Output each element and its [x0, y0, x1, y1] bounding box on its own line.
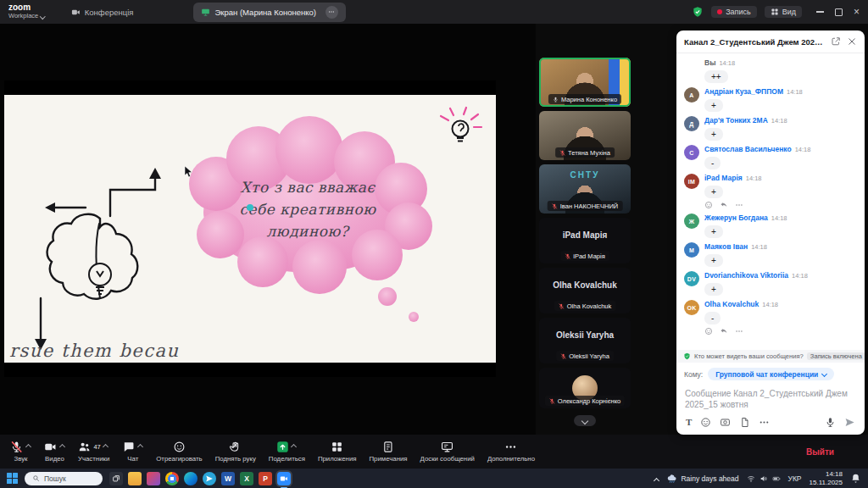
battery-icon[interactable]	[772, 474, 781, 483]
maximize-button[interactable]	[835, 8, 843, 16]
word-icon[interactable]: W	[221, 472, 235, 485]
message-text[interactable]: -	[704, 312, 721, 324]
message-text[interactable]: +	[704, 186, 723, 198]
zoom-icon[interactable]	[277, 472, 291, 485]
format-text-icon[interactable]: T	[686, 417, 692, 428]
chevron-up-icon[interactable]	[136, 445, 143, 449]
more-options-icon[interactable]	[759, 417, 770, 428]
tab-screen-share[interactable]: Экран (Марина Кононенко)	[193, 3, 346, 22]
message-sender[interactable]: iPad Марія	[704, 174, 743, 182]
participant-audio-tile[interactable]: iPad МаріяiPad Марія	[539, 218, 631, 263]
chevron-up-icon[interactable]	[25, 445, 31, 449]
excel-icon[interactable]: X	[240, 472, 253, 485]
toolbar-hand-button[interactable]: Поднять руку	[210, 437, 261, 466]
voice-message-icon[interactable]	[825, 417, 836, 428]
toolbar-camera-button[interactable]: Видео	[39, 437, 70, 466]
privacy-link[interactable]: Кто может видеть ваши сообщения?	[694, 352, 804, 360]
message-text[interactable]: +	[704, 254, 723, 267]
toolbar-participants-button[interactable]: 47Участники	[73, 437, 114, 466]
wifi-icon[interactable]	[747, 474, 755, 483]
participant-audio-tile[interactable]: Olha KovalchukOlha Kovalchuk	[539, 268, 631, 313]
toolbar-notes-button[interactable]: Примечания	[364, 437, 413, 466]
attach-file-icon[interactable]	[739, 417, 750, 428]
message-sender[interactable]: Дар'я Тонких 2МА	[704, 116, 768, 125]
clock[interactable]: 14:18 15.11.2025	[810, 470, 843, 486]
participant-video-tile[interactable]: СНТУІван НАКОНЕЧНИЙ	[539, 164, 631, 214]
chat-message[interactable]: ММаяков Іван14:18+	[684, 242, 857, 267]
leave-meeting-button[interactable]: Выйти	[801, 446, 839, 458]
toolbar-apps-button[interactable]: Приложения	[313, 437, 362, 466]
message-text[interactable]: +	[704, 225, 723, 238]
chat-message[interactable]: OKOlha Kovalchuk14:18-	[684, 300, 857, 336]
chat-message[interactable]: ДДар'я Тонких 2МА14:18+	[684, 116, 857, 141]
message-reply-icon[interactable]	[720, 201, 728, 209]
chrome-icon[interactable]	[165, 472, 179, 485]
zoom-workplace-logo[interactable]: zoom Workplace	[8, 3, 45, 20]
language-indicator[interactable]: УКР	[788, 474, 802, 483]
message-text[interactable]: ++	[704, 70, 728, 83]
recording-indicator[interactable]: Запись	[711, 6, 757, 18]
close-icon[interactable]	[847, 36, 857, 47]
taskbar-search[interactable]: Пошук	[25, 472, 103, 485]
chevron-up-icon[interactable]	[103, 445, 109, 449]
chat-message-input[interactable]: Сообщение Канал 2_Студентський Джем 2025…	[676, 382, 865, 413]
message-text[interactable]: +	[704, 283, 723, 296]
recipient-selector[interactable]: Групповой чат конференции	[708, 368, 834, 380]
message-sender[interactable]: Dvorianchikova Viktoriia	[704, 271, 788, 280]
toolbar-mic-muted-button[interactable]: Звук	[5, 437, 36, 466]
message-sender[interactable]: Жежерун Богдана	[704, 214, 768, 222]
toolbar-boards-button[interactable]: Доски сообщений	[415, 437, 480, 466]
chevron-up-icon[interactable]	[291, 445, 298, 449]
participant-video-tile[interactable]: Тетяна Мухіна	[539, 111, 631, 160]
message-sender[interactable]: Маяков Іван	[704, 242, 748, 251]
start-button[interactable]	[7, 473, 18, 484]
chat-message[interactable]: IMiPad Марія14:18+	[684, 174, 857, 209]
participant-audio-tile[interactable]: Oleksii YaryhaOleksii Yaryha	[539, 318, 631, 363]
photos-icon[interactable]	[147, 472, 160, 485]
edge-icon[interactable]	[184, 472, 198, 485]
chat-message[interactable]: ССвятослав Васильченко14:18-	[684, 145, 857, 169]
screenshot-icon[interactable]	[720, 417, 731, 428]
chat-message[interactable]: ААндріан Куза_ФППОМ14:18+	[684, 87, 857, 112]
message-sender[interactable]: Андріан Куза_ФППОМ	[704, 87, 783, 96]
task-view-icon[interactable]	[109, 472, 123, 485]
message-reply-icon[interactable]	[720, 327, 728, 336]
chevron-up-icon[interactable]	[58, 445, 65, 449]
security-shield-icon[interactable]	[692, 6, 704, 18]
message-text[interactable]: +	[704, 128, 723, 141]
close-button[interactable]: ×	[854, 7, 860, 17]
participant-avatar-tile[interactable]: Олександр Корнієнко	[539, 368, 631, 408]
send-icon[interactable]	[844, 417, 855, 428]
message-more-icon[interactable]	[735, 327, 743, 336]
participant-video-tile[interactable]: Марина Кононенко	[539, 58, 631, 107]
powerpoint-icon[interactable]: P	[259, 472, 272, 485]
more-participants-button[interactable]	[574, 415, 596, 426]
volume-icon[interactable]	[760, 474, 768, 483]
message-text[interactable]: +	[704, 99, 723, 112]
message-more-icon[interactable]	[735, 201, 743, 209]
chat-message[interactable]: Вы14:18++	[684, 58, 857, 83]
tray-expand-button[interactable]	[654, 471, 659, 486]
emoji-icon[interactable]	[700, 417, 711, 428]
toolbar-react-button[interactable]: Отреагировать	[151, 437, 207, 466]
tab-options-button[interactable]	[326, 6, 338, 19]
toolbar-chat-button[interactable]: Чат	[117, 437, 148, 466]
minimize-button[interactable]	[816, 11, 824, 13]
message-sender[interactable]: Olha Kovalchuk	[704, 300, 759, 308]
popout-icon[interactable]	[831, 36, 841, 47]
chat-message[interactable]: DVDvorianchikova Viktoriia14:18+	[684, 271, 857, 296]
chat-message[interactable]: ЖЖежерун Богдана14:18+	[684, 214, 857, 238]
message-text[interactable]: -	[704, 157, 721, 169]
message-react-icon[interactable]	[704, 201, 713, 209]
message-react-icon[interactable]	[704, 327, 713, 336]
telegram-icon[interactable]	[203, 472, 216, 485]
notification-bell-icon[interactable]	[850, 473, 861, 484]
message-sender[interactable]: Вы	[704, 58, 715, 67]
view-button[interactable]: Вид	[765, 6, 802, 18]
weather-widget[interactable]: Rainy days ahead	[666, 473, 738, 484]
toolbar-share-button[interactable]: Поделиться	[264, 437, 310, 466]
message-sender[interactable]: Святослав Васильченко	[704, 145, 792, 153]
tab-conference[interactable]: Конференція	[64, 4, 142, 20]
toolbar-more-button[interactable]: Дополнительно	[482, 437, 540, 466]
folder-icon[interactable]	[128, 472, 142, 485]
